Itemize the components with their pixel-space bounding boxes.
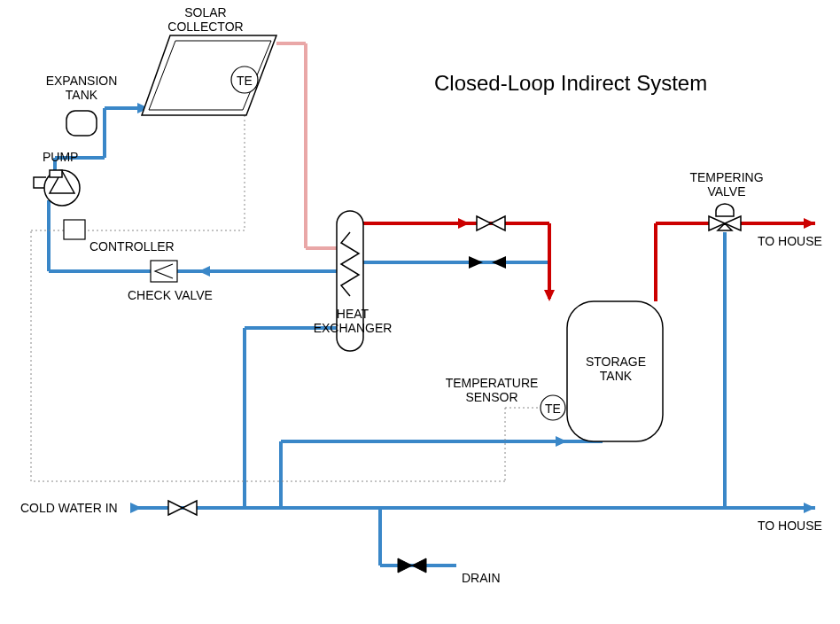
- svg-marker-46: [492, 256, 506, 269]
- label-to-house-cold: TO HOUSE: [758, 519, 822, 533]
- storage-cold-feed: [281, 441, 603, 508]
- label-to-house-hot: TO HOUSE: [758, 234, 822, 248]
- svg-marker-31: [804, 218, 815, 229]
- svg-marker-1: [804, 503, 815, 513]
- label-storage-tank: STORAGE TANK: [580, 355, 651, 383]
- label-temperature-sensor: TEMPERATURE SENSOR: [443, 376, 541, 404]
- tempering-valve: [709, 204, 741, 230]
- drain-branch: [380, 508, 456, 566]
- label-te-storage: TE: [545, 402, 561, 416]
- controller: [64, 220, 85, 239]
- cold-water-main: [130, 503, 815, 513]
- svg-rect-42: [50, 170, 62, 177]
- label-controller: CONTROLLER: [89, 239, 175, 254]
- hot-line-valve: [477, 216, 505, 230]
- svg-marker-2: [130, 503, 142, 513]
- drain-valve: [398, 558, 426, 573]
- svg-marker-45: [469, 256, 483, 269]
- storage-bottom-arrow: [556, 436, 567, 447]
- svg-marker-18: [198, 266, 210, 277]
- hot-lines: [363, 218, 815, 301]
- label-drain: DRAIN: [462, 571, 501, 585]
- svg-marker-27: [458, 218, 470, 229]
- label-solar-collector: SOLAR COLLECTOR: [152, 5, 259, 34]
- pump: [34, 170, 80, 206]
- label-expansion-tank: EXPANSION TANK: [37, 74, 126, 102]
- cold-main-valve: [168, 501, 197, 515]
- label-cold-water-in: COLD WATER IN: [20, 501, 118, 515]
- solar-hot-supply: [276, 43, 337, 248]
- label-pump: PUMP: [43, 150, 78, 164]
- label-heat-exchanger: HEAT EXCHANGER: [313, 307, 393, 335]
- svg-marker-26: [544, 290, 555, 301]
- control-wiring: [31, 89, 542, 481]
- diagram-svg: [0, 0, 840, 624]
- expansion-tank: [66, 111, 97, 136]
- label-te-collector: TE: [237, 74, 253, 88]
- label-tempering-valve: TEMPERING VALVE: [687, 170, 766, 199]
- label-check-valve: CHECK VALVE: [128, 288, 213, 302]
- check-valve: [151, 261, 177, 282]
- diagram-title: Closed-Loop Indirect System: [434, 71, 707, 96]
- diagram-canvas: Closed-Loop Indirect System SOLAR COLLEC…: [0, 0, 840, 624]
